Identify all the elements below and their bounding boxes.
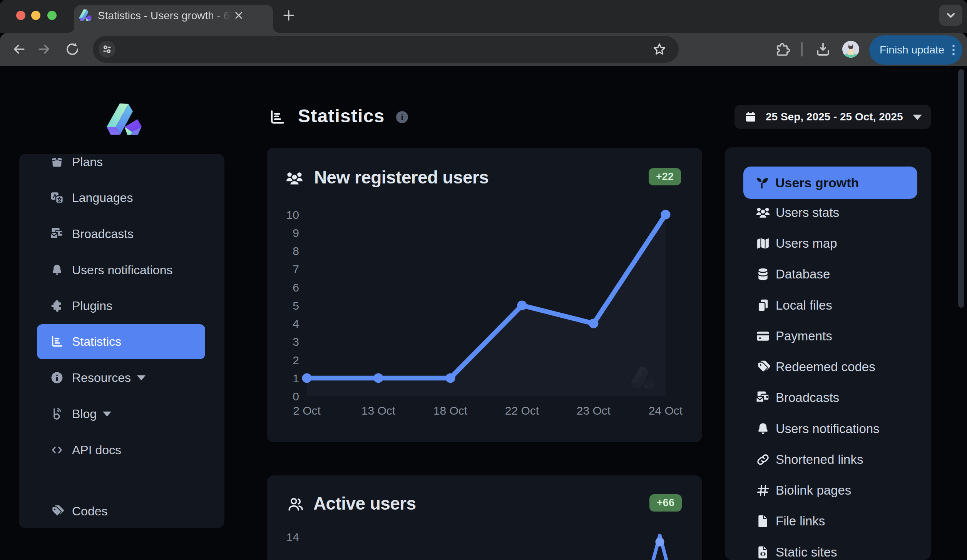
svg-text:3: 3 bbox=[293, 335, 299, 348]
svg-text:22 Oct: 22 Oct bbox=[505, 404, 539, 417]
svg-text:2 Oct: 2 Oct bbox=[293, 404, 321, 417]
svg-text:5: 5 bbox=[293, 299, 299, 312]
svg-text:13 Oct: 13 Oct bbox=[361, 404, 396, 417]
svg-text:1: 1 bbox=[293, 372, 299, 385]
svg-text:10: 10 bbox=[286, 208, 299, 221]
svg-text:9: 9 bbox=[293, 227, 299, 239]
svg-text:8: 8 bbox=[293, 245, 299, 257]
svg-text:4: 4 bbox=[293, 317, 299, 330]
svg-text:6: 6 bbox=[293, 281, 299, 294]
svg-text:2: 2 bbox=[293, 354, 299, 367]
svg-text:23 Oct: 23 Oct bbox=[577, 404, 611, 417]
svg-text:18 Oct: 18 Oct bbox=[433, 404, 468, 417]
svg-text:0: 0 bbox=[293, 390, 299, 403]
svg-text:24 Oct: 24 Oct bbox=[649, 404, 683, 417]
svg-text:7: 7 bbox=[293, 263, 299, 275]
